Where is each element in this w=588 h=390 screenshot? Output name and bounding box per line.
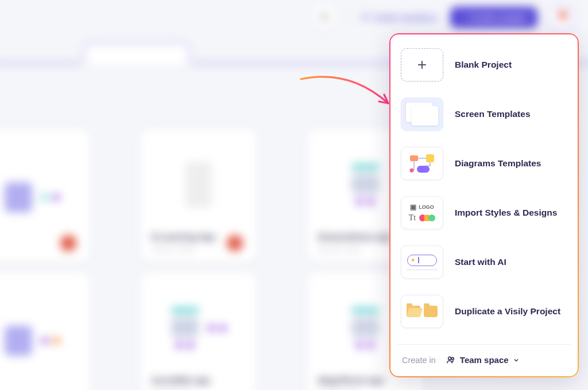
menu-option-label: Start with AI (455, 257, 506, 267)
menu-option-start-with-ai[interactable]: ✦ Start with AI (397, 237, 571, 287)
duplicate-project-tile (401, 295, 443, 328)
search-button[interactable] (313, 6, 336, 29)
svg-point-0 (321, 14, 327, 20)
flowchart-icon (409, 153, 435, 174)
create-project-menu: + Blank Project Screen Templates Diagram… (389, 33, 579, 377)
user-plus-icon (362, 13, 371, 22)
blank-project-tile: + (401, 48, 443, 81)
menu-option-import-styles[interactable]: ▣ LOGO Tt Import Styles & Designs (397, 188, 571, 237)
logo-text: LOGO (419, 204, 434, 210)
start-with-ai-tile: ✦ (401, 245, 443, 279)
menu-option-label: Duplicate a Visily Project (455, 306, 560, 317)
create-in-label: Create in (402, 356, 436, 365)
status-badge (60, 235, 76, 251)
svg-point-8 (451, 357, 454, 360)
ai-input-pill-icon: ✦ (407, 255, 437, 266)
menu-option-label: Screen Templates (455, 109, 531, 119)
divider (349, 9, 349, 25)
svg-point-2 (364, 14, 367, 17)
space-label: Team space (460, 355, 509, 365)
menu-option-duplicate-project[interactable]: Duplicate a Visily Project (397, 287, 571, 336)
project-card[interactable] (0, 273, 90, 390)
sparkle-icon: ✦ (411, 257, 415, 263)
menu-option-label: Blank Project (455, 60, 512, 70)
svg-rect-3 (410, 155, 418, 161)
menu-option-blank-project[interactable]: + Blank Project (397, 40, 571, 89)
avatar[interactable] (550, 6, 573, 29)
svg-line-1 (326, 18, 328, 21)
invite-members-label: Invite members (374, 13, 438, 22)
space-selector[interactable]: Team space (446, 355, 520, 365)
create-project-button[interactable]: + Create project (450, 7, 537, 28)
svg-rect-5 (417, 166, 430, 173)
plus-icon: + (461, 13, 466, 22)
menu-option-screen-templates[interactable]: Screen Templates (397, 89, 571, 139)
project-card[interactable]: Incredible app 15 days ago (141, 273, 256, 390)
tab-active[interactable] (84, 42, 189, 64)
create-project-label: Create project (469, 13, 527, 22)
search-icon (319, 12, 330, 22)
project-title: Incredible app (152, 375, 246, 385)
folder-icon (424, 306, 438, 317)
svg-point-7 (448, 357, 451, 360)
menu-option-label: Diagrams Templates (455, 158, 541, 169)
import-styles-tile: ▣ LOGO Tt (401, 196, 443, 229)
invite-members-link[interactable]: Invite members (362, 13, 438, 22)
folder-open-icon (407, 306, 420, 317)
menu-footer: Create in Team space (397, 344, 571, 376)
svg-rect-4 (426, 154, 434, 162)
chevron-down-icon (513, 357, 520, 364)
topbar: Invite members + Create project (0, 0, 588, 34)
svg-point-6 (410, 169, 414, 173)
people-icon (446, 355, 456, 365)
typography-icon: Tt (409, 213, 416, 223)
menu-option-diagrams-templates[interactable]: Diagrams Templates (397, 139, 571, 188)
screen-templates-tile (401, 98, 443, 131)
camera-icon: ▣ (410, 203, 416, 211)
color-swatches (419, 214, 435, 221)
diagrams-templates-tile (401, 147, 443, 180)
plus-icon: + (417, 57, 427, 73)
status-badge (227, 235, 243, 251)
menu-option-label: Import Styles & Designs (455, 208, 557, 218)
